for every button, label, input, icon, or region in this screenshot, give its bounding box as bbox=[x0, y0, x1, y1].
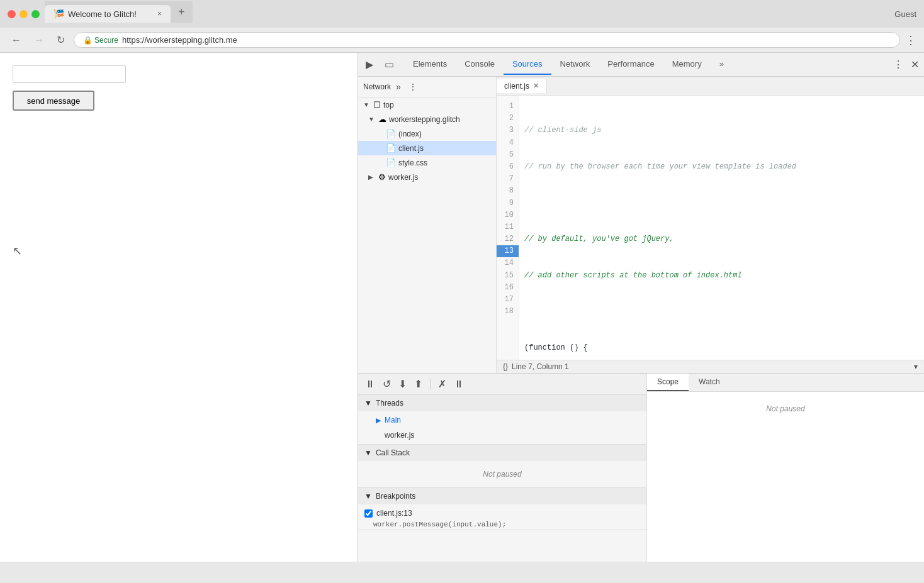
minimize-button[interactable] bbox=[20, 10, 28, 18]
thread-workerjs-label: worker.js bbox=[376, 431, 414, 440]
debug-panel: ⏸ ↺ ⬇ ⬆ ✗ ⏸ ▼ Threads ▶ bbox=[358, 374, 647, 562]
threads-arrow: ▼ bbox=[364, 399, 372, 408]
ln12: 12 bbox=[497, 233, 519, 245]
tab-performance[interactable]: Performance bbox=[599, 54, 663, 75]
file-tree-stylecss[interactable]: 📄 style.css bbox=[358, 155, 496, 170]
code-line-5: // add other scripts at the bottom of in… bbox=[524, 270, 919, 282]
thread-main[interactable]: ▶ Main bbox=[358, 413, 646, 428]
tab-network[interactable]: Network bbox=[551, 54, 599, 75]
scope-tab-watch[interactable]: Watch bbox=[689, 374, 730, 391]
browser-menu-button[interactable]: ⋮ bbox=[905, 33, 916, 47]
step-out-button[interactable]: ⬆ bbox=[412, 376, 424, 392]
threads-section: ▼ Threads ▶ Main worker.js bbox=[358, 395, 646, 445]
tree-label-workerjs: worker.js bbox=[388, 173, 418, 182]
code-line-6 bbox=[524, 306, 919, 318]
tab-console[interactable]: Console bbox=[456, 54, 504, 75]
address-field[interactable]: 🔒 Secure https://workerstepping.glitch.m… bbox=[74, 32, 900, 48]
message-input[interactable] bbox=[13, 65, 126, 83]
tree-arrow-workerjs: ▶ bbox=[368, 174, 376, 180]
editor-tab-close-button[interactable]: ✕ bbox=[533, 82, 539, 90]
devtools-menu-button[interactable]: ⋮ bbox=[891, 56, 906, 73]
forward-button[interactable]: → bbox=[30, 33, 48, 47]
threads-header[interactable]: ▼ Threads bbox=[358, 395, 646, 411]
editor-tabs: client.js ✕ bbox=[497, 77, 924, 96]
code-line-1: // client-side js bbox=[524, 125, 919, 136]
ln9: 9 bbox=[497, 197, 519, 209]
address-url: https://workerstepping.glitch.me bbox=[122, 35, 237, 45]
ln10: 10 bbox=[497, 209, 519, 221]
send-button[interactable]: send message bbox=[13, 91, 94, 111]
pause-button[interactable]: ⏸ bbox=[363, 377, 377, 392]
line-numbers: 1 2 3 4 5 6 7 8 9 10 11 12 13 14 bbox=[497, 96, 519, 360]
browser-tab[interactable]: 🎏 Welcome to Glitch! × bbox=[45, 5, 171, 23]
tab-memory[interactable]: Memory bbox=[663, 54, 711, 75]
ln17: 17 bbox=[497, 294, 519, 306]
breakpoint-checkbox-1[interactable] bbox=[364, 509, 373, 518]
editor-tab-label: client.js bbox=[504, 82, 529, 91]
ln16: 16 bbox=[497, 282, 519, 294]
file-tree-domain[interactable]: ▼ ☁ workerstepping.glitch bbox=[358, 112, 496, 126]
breakpoint-code-1: worker.postMessage(input.value); bbox=[358, 521, 646, 528]
ln2: 2 bbox=[497, 113, 519, 125]
file-tree-index[interactable]: 📄 (index) bbox=[358, 126, 496, 141]
ln5: 5 bbox=[497, 149, 519, 161]
tab-sources[interactable]: Sources bbox=[504, 54, 551, 75]
guest-label: Guest bbox=[894, 9, 916, 19]
tab-elements[interactable]: Elements bbox=[404, 54, 456, 75]
thread-main-label: Main bbox=[385, 416, 401, 425]
ln11: 11 bbox=[497, 221, 519, 233]
inspect-element-button[interactable]: ▶ bbox=[361, 56, 378, 73]
code-line-7: (function () { bbox=[524, 342, 919, 354]
breakpoint-1[interactable]: client.js:13 bbox=[358, 506, 646, 521]
tab-title: Welcome to Glitch! bbox=[68, 9, 137, 19]
editor-tab-clientjs[interactable]: client.js ✕ bbox=[497, 79, 547, 93]
reload-button[interactable]: ↻ bbox=[53, 33, 69, 47]
maximize-button[interactable] bbox=[31, 10, 40, 18]
sidebar-panel-title: Network bbox=[363, 82, 391, 91]
status-bar: {} Line 7, Column 1 ▾ bbox=[497, 360, 924, 373]
devtools-close-button[interactable]: ✕ bbox=[908, 56, 921, 73]
tab-close-button[interactable]: × bbox=[157, 9, 162, 18]
scope-tabs: Scope Watch bbox=[647, 374, 924, 392]
ln18: 18 bbox=[497, 306, 519, 318]
file-icon-clientjs: 📄 bbox=[386, 143, 396, 153]
folder-icon-top: ☐ bbox=[373, 100, 381, 109]
cursor: ↖ bbox=[13, 245, 22, 257]
pause-on-exceptions-button[interactable]: ⏸ bbox=[452, 377, 466, 392]
secure-badge: 🔒 Secure bbox=[83, 36, 118, 45]
new-tab-button[interactable]: + bbox=[171, 2, 193, 23]
back-button[interactable]: ← bbox=[8, 33, 25, 47]
devtools-main: Network » ⋮ ▼ ☐ top ▼ ☁ workerstepp bbox=[358, 77, 924, 373]
scope-content: Not paused bbox=[647, 392, 924, 419]
code-area[interactable]: 1 2 3 4 5 6 7 8 9 10 11 12 13 14 bbox=[497, 96, 924, 360]
ln13: 13 bbox=[497, 245, 519, 257]
ln3: 3 bbox=[497, 125, 519, 136]
callstack-label: Call Stack bbox=[376, 448, 410, 457]
tab-favicon: 🎏 bbox=[54, 9, 64, 19]
threads-content: ▶ Main worker.js bbox=[358, 411, 646, 444]
code-line-3 bbox=[524, 197, 919, 209]
deactivate-breakpoints-button[interactable]: ✗ bbox=[436, 376, 448, 392]
sidebar-more-button[interactable]: » bbox=[393, 81, 403, 93]
scope-tab-scope[interactable]: Scope bbox=[647, 374, 689, 391]
step-over-button[interactable]: ↺ bbox=[381, 376, 393, 392]
tab-more[interactable]: » bbox=[711, 54, 733, 75]
ln7: 7 bbox=[497, 173, 519, 185]
device-toolbar-button[interactable]: ▭ bbox=[380, 56, 399, 73]
threads-label: Threads bbox=[376, 399, 403, 408]
callstack-header[interactable]: ▼ Call Stack bbox=[358, 445, 646, 461]
file-tree-workerjs[interactable]: ▶ ⚙ worker.js bbox=[358, 170, 496, 184]
breakpoints-header[interactable]: ▼ Breakpoints bbox=[358, 488, 646, 504]
ln4: 4 bbox=[497, 137, 519, 149]
thread-workerjs[interactable]: worker.js bbox=[358, 428, 646, 443]
file-tree-top[interactable]: ▼ ☐ top bbox=[358, 97, 496, 112]
step-into-button[interactable]: ⬇ bbox=[397, 376, 408, 392]
close-button[interactable] bbox=[8, 10, 16, 18]
file-icon-stylecss: 📄 bbox=[386, 158, 396, 167]
tree-arrow-top: ▼ bbox=[363, 101, 371, 108]
address-bar: ← → ↻ 🔒 Secure https://workerstepping.gl… bbox=[0, 28, 924, 53]
lock-icon: 🔒 bbox=[83, 36, 93, 45]
file-tree-clientjs[interactable]: 📄 client.js bbox=[358, 141, 496, 155]
sidebar-menu-button[interactable]: ⋮ bbox=[406, 81, 420, 93]
tree-label-stylecss: style.css bbox=[398, 158, 427, 167]
